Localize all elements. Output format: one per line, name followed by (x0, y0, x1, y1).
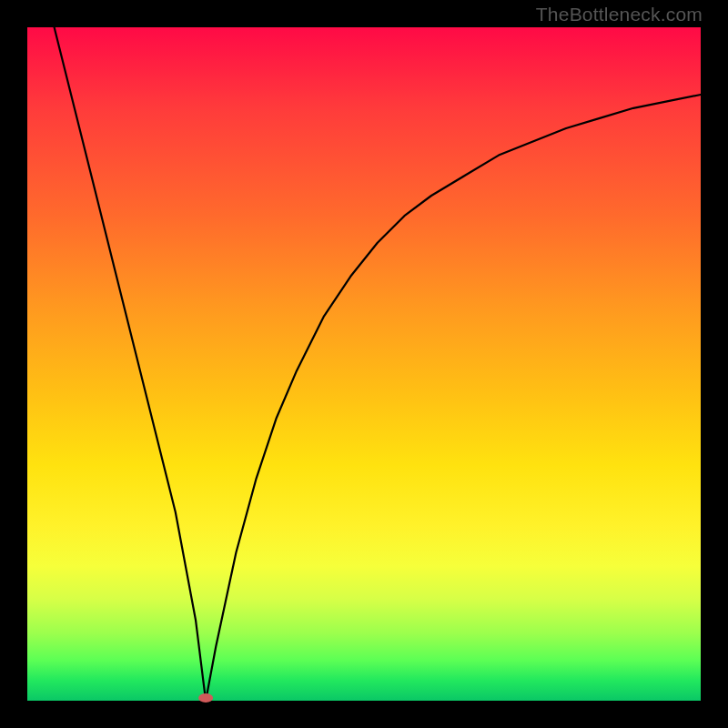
watermark-text: TheBottleneck.com (536, 4, 703, 25)
plot-area (27, 27, 701, 701)
minimum-marker (198, 693, 213, 703)
bottleneck-curve (27, 27, 701, 701)
chart-frame: TheBottleneck.com (0, 0, 728, 728)
